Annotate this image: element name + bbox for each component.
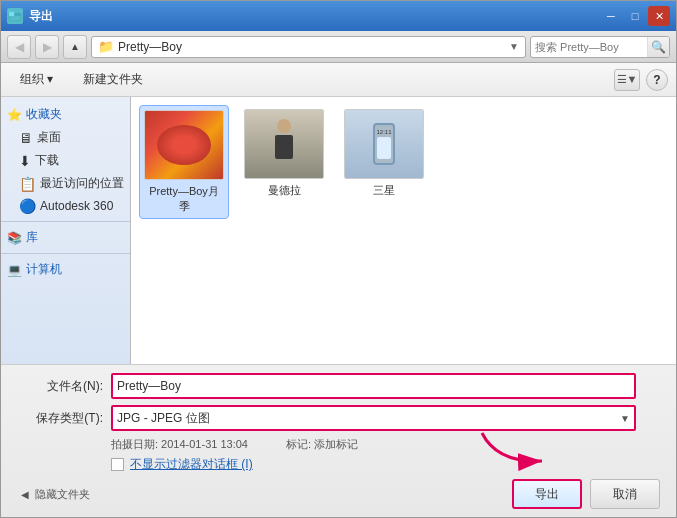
bottom-panel: 文件名(N): 保存类型(T): JPG - JPEG 位图 PNG - 便携式… (1, 364, 676, 517)
sidebar-divider1 (1, 221, 130, 222)
man-thumbnail (245, 110, 323, 178)
svg-rect-2 (15, 12, 21, 16)
file-item-0[interactable]: Pretty—Boy月季 (139, 105, 229, 219)
folder-icon: 📁 (98, 39, 114, 54)
sidebar-item-downloads[interactable]: ⬇ 下载 (1, 149, 130, 172)
meta-date: 拍摄日期: 2014-01-31 13:04 (111, 437, 248, 452)
cancel-label: 取消 (613, 486, 637, 503)
autodesk-label: Autodesk 360 (40, 199, 113, 213)
help-icon: ? (653, 73, 660, 87)
svg-rect-1 (9, 12, 14, 16)
desktop-icon: 🖥 (19, 130, 33, 146)
window-icon (7, 8, 23, 24)
address-dropdown-icon: ▼ (509, 41, 519, 52)
file-label-2: 三星 (373, 183, 395, 198)
toolbar-right: ☰▼ ? (614, 69, 668, 91)
action-row: ◀ 隐藏文件夹 导出 取消 (13, 479, 664, 509)
close-button[interactable]: ✕ (648, 6, 670, 26)
titlebar-left: 导出 (7, 8, 53, 25)
sidebar-item-autodesk[interactable]: 🔵 Autodesk 360 (1, 195, 130, 217)
help-button[interactable]: ? (646, 69, 668, 91)
filetype-select-wrap: JPG - JPEG 位图 PNG - 便携式网络图形 BMP - 位图 TIF… (111, 405, 636, 431)
minimize-button[interactable]: ─ (600, 6, 622, 26)
hide-folders-area: ◀ 隐藏文件夹 (13, 487, 90, 502)
up-button[interactable]: ▲ (63, 35, 87, 59)
organize-button[interactable]: 组织 ▾ (9, 67, 64, 93)
man-body (275, 135, 293, 159)
filetype-label: 保存类型(T): (13, 410, 103, 427)
phone-screen (377, 137, 391, 159)
back-button[interactable]: ◀ (7, 35, 31, 59)
sidebar-favorites-header[interactable]: ⭐ 收藏夹 (1, 103, 130, 126)
meta-row: 拍摄日期: 2014-01-31 13:04 标记: 添加标记 (13, 437, 664, 452)
titlebar-controls: ─ □ ✕ (600, 6, 670, 26)
file-label-0: Pretty—Boy月季 (144, 184, 224, 214)
file-area[interactable]: Pretty—Boy月季 曼德拉 (131, 97, 676, 364)
filename-input-wrap (111, 373, 636, 399)
man-figure (269, 119, 299, 169)
filetype-select[interactable]: JPG - JPEG 位图 PNG - 便携式网络图形 BMP - 位图 TIF… (113, 407, 634, 429)
file-thumb-0 (144, 110, 224, 180)
favorites-label: 收藏夹 (26, 106, 62, 123)
titlebar: 导出 ─ □ ✕ (1, 1, 676, 31)
sidebar-section-computer: 💻 计算机 (1, 258, 130, 281)
file-thumb-2: 12:11 (344, 109, 424, 179)
file-label-1: 曼德拉 (268, 183, 301, 198)
checkbox-row: 不显示过滤器对话框 (I) (13, 456, 664, 473)
file-item-1[interactable]: 曼德拉 (239, 105, 329, 219)
sidebar-section-library: 📚 库 (1, 226, 130, 249)
meta-tag: 标记: 添加标记 (286, 437, 358, 452)
sidebar: ⭐ 收藏夹 🖥 桌面 ⬇ 下载 📋 最近访问的位置 🔵 Autodes (1, 97, 131, 364)
star-icon: ⭐ (7, 108, 22, 122)
toolbar: 组织 ▾ 新建文件夹 ☰▼ ? (1, 63, 676, 97)
search-area: 🔍 (530, 36, 670, 58)
filename-row: 文件名(N): (13, 373, 664, 399)
search-button[interactable]: 🔍 (647, 36, 669, 58)
sidebar-item-desktop[interactable]: 🖥 桌面 (1, 126, 130, 149)
view-button[interactable]: ☰▼ (614, 69, 640, 91)
file-thumb-1 (244, 109, 324, 179)
addressbar: ◀ ▶ ▲ 📁 Pretty—Boy ▼ 🔍 (1, 31, 676, 63)
hide-folders-arrow[interactable]: ◀ (21, 489, 29, 500)
search-input[interactable] (531, 41, 647, 53)
desktop-label: 桌面 (37, 129, 61, 146)
autodesk-icon: 🔵 (19, 198, 36, 214)
filetype-row: 保存类型(T): JPG - JPEG 位图 PNG - 便携式网络图形 BMP… (13, 405, 664, 431)
window-title: 导出 (29, 8, 53, 25)
hide-filter-checkbox[interactable] (111, 458, 124, 471)
filename-label: 文件名(N): (13, 378, 103, 395)
library-label: 库 (26, 229, 38, 246)
filename-input[interactable] (113, 375, 634, 397)
organize-label: 组织 ▾ (20, 71, 53, 88)
flower-thumbnail (145, 111, 223, 179)
main-content: ⭐ 收藏夹 🖥 桌面 ⬇ 下载 📋 最近访问的位置 🔵 Autodes (1, 97, 676, 364)
sidebar-library-header[interactable]: 📚 库 (1, 226, 130, 249)
file-item-2[interactable]: 12:11 三星 (339, 105, 429, 219)
man-head (277, 119, 291, 133)
phone-shape: 12:11 (373, 123, 395, 165)
view-icon: ☰▼ (617, 73, 638, 86)
address-text: Pretty—Boy (118, 40, 505, 54)
hide-folders-label[interactable]: 隐藏文件夹 (35, 487, 90, 502)
phone-thumbnail: 12:11 (345, 110, 423, 178)
cancel-button[interactable]: 取消 (590, 479, 660, 509)
address-field: 📁 Pretty—Boy ▼ (91, 36, 526, 58)
sidebar-divider2 (1, 253, 130, 254)
library-icon: 📚 (7, 231, 22, 245)
export-button[interactable]: 导出 (512, 479, 582, 509)
maximize-button[interactable]: □ (624, 6, 646, 26)
sidebar-computer-header[interactable]: 💻 计算机 (1, 258, 130, 281)
new-folder-button[interactable]: 新建文件夹 (72, 67, 154, 93)
hide-filter-label[interactable]: 不显示过滤器对话框 (I) (130, 456, 253, 473)
recent-icon: 📋 (19, 176, 36, 192)
new-folder-label: 新建文件夹 (83, 71, 143, 88)
computer-icon: 💻 (7, 263, 22, 277)
computer-label: 计算机 (26, 261, 62, 278)
forward-button[interactable]: ▶ (35, 35, 59, 59)
export-label: 导出 (535, 486, 559, 503)
dialog-window: 导出 ─ □ ✕ ◀ ▶ ▲ 📁 Pretty—Boy ▼ 🔍 组织 ▾ 新建文… (0, 0, 677, 518)
sidebar-item-recent[interactable]: 📋 最近访问的位置 (1, 172, 130, 195)
phone-time: 12:11 (376, 129, 391, 135)
download-icon: ⬇ (19, 153, 31, 169)
downloads-label: 下载 (35, 152, 59, 169)
